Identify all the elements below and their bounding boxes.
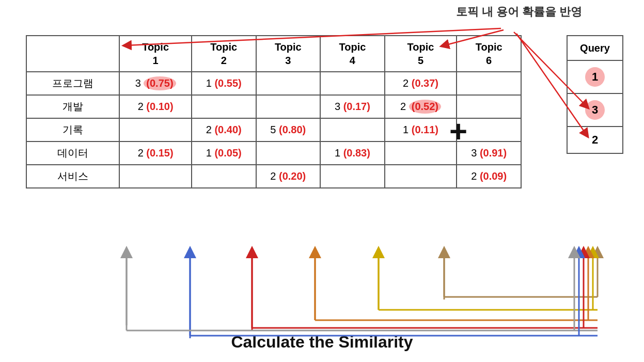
- cell-r2-c2: 5 (0.80): [256, 118, 321, 141]
- cell-r1-c3: 3 (0.17): [320, 95, 385, 118]
- cell-r4-c5: 2 (0.09): [457, 165, 521, 188]
- query-row-2: 2: [567, 127, 623, 153]
- main-table: Topic1 Topic2 Topic3 Topic4 Topic5 Topic…: [26, 35, 522, 188]
- cell-r0-c0: 3 (0.75): [119, 72, 192, 95]
- cell-r2-c1: 2 (0.40): [192, 118, 256, 141]
- calc-text: Calculate the Similarity: [231, 333, 413, 352]
- cell-r2-c4: 1 (0.11): [385, 118, 457, 141]
- query-table-wrapper: Query 132: [567, 35, 623, 154]
- topic2-header: Topic2: [192, 36, 256, 72]
- cell-r0-c1: 1 (0.55): [192, 72, 256, 95]
- query-table: Query 132: [567, 35, 623, 154]
- query-header: Query: [567, 36, 623, 60]
- topic4-header: Topic4: [320, 36, 385, 72]
- topic1-header: Topic1: [119, 36, 192, 72]
- row-header-1: 개발: [26, 95, 119, 118]
- korean-annotation: 토픽 내 용어 확률을 반영: [456, 4, 582, 20]
- plus-symbol: +: [449, 114, 467, 149]
- cell-r0-c2: [256, 72, 321, 95]
- cell-r4-c2: 2 (0.20): [256, 165, 321, 188]
- cell-r1-c0: 2 (0.10): [119, 95, 192, 118]
- query-row-1: 3: [567, 93, 623, 127]
- cell-r3-c2: [256, 141, 321, 165]
- cell-r4-c1: [192, 165, 256, 188]
- cell-r4-c4: [385, 165, 457, 188]
- cell-r2-c3: [320, 118, 385, 141]
- topic5-header: Topic5: [385, 36, 457, 72]
- cell-r4-c3: [320, 165, 385, 188]
- row-header-4: 서비스: [26, 165, 119, 188]
- cell-r1-c4: 2 (0.52): [385, 95, 457, 118]
- row-header-0: 프로그램: [26, 72, 119, 95]
- query-row-0: 1: [567, 60, 623, 93]
- cell-r0-c5: [457, 72, 521, 95]
- row-header-3: 데이터: [26, 141, 119, 165]
- cell-r3-c0: 2 (0.15): [119, 141, 192, 165]
- main-container: 토픽 내 용어 확률을 반영 Topic1 Topic2 Topic3 Topi…: [0, 0, 644, 362]
- cell-r1-c1: [192, 95, 256, 118]
- cell-r3-c1: 1 (0.05): [192, 141, 256, 165]
- topic3-header: Topic3: [256, 36, 321, 72]
- cell-r3-c4: [385, 141, 457, 165]
- cell-r4-c0: [119, 165, 192, 188]
- empty-header: [26, 36, 119, 72]
- row-header-2: 기록: [26, 118, 119, 141]
- table-wrapper: Topic1 Topic2 Topic3 Topic4 Topic5 Topic…: [26, 35, 522, 188]
- cell-r1-c2: [256, 95, 321, 118]
- cell-r0-c4: 2 (0.37): [385, 72, 457, 95]
- topic6-header: Topic6: [457, 36, 521, 72]
- cell-r0-c3: [320, 72, 385, 95]
- cell-r2-c0: [119, 118, 192, 141]
- cell-r3-c3: 1 (0.83): [320, 141, 385, 165]
